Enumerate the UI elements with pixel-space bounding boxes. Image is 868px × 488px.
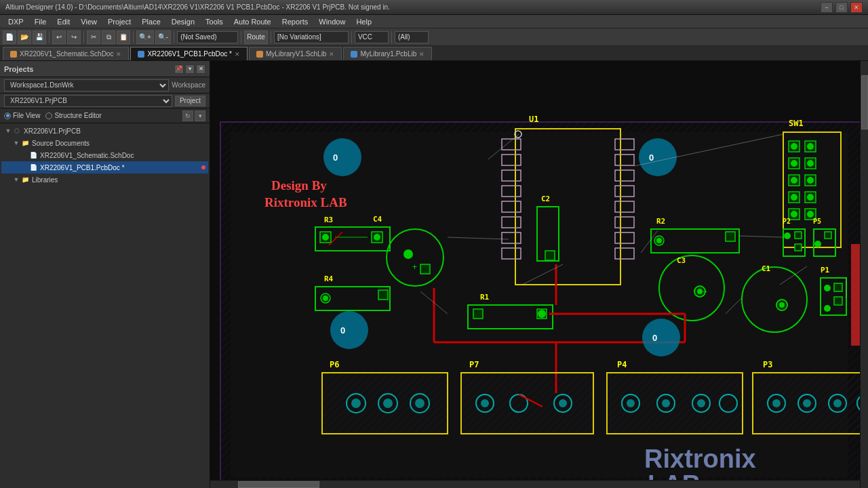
tree-label-schematic: XR2206V1_Schematic.SchDoc <box>40 152 134 159</box>
menu-file[interactable]: File <box>29 17 52 26</box>
tab-icon-schematic <box>10 51 17 58</box>
menu-design[interactable]: Design <box>166 17 200 26</box>
svg-text:C1: C1 <box>762 264 771 273</box>
bottom-scrollbar[interactable] <box>210 480 860 488</box>
svg-text:P3: P3 <box>763 360 772 369</box>
pcb-canvas[interactable]: U1 <box>210 61 868 488</box>
toolbar-new[interactable]: 📄 <box>3 30 16 44</box>
svg-text:P5: P5 <box>813 218 821 225</box>
menu-tools[interactable]: Tools <box>200 17 229 26</box>
menu-autoroute[interactable]: Auto Route <box>229 17 277 26</box>
workspace-dropdown[interactable]: Workspace1.DsnWrk <box>4 79 169 92</box>
menu-edit[interactable]: Edit <box>52 17 75 26</box>
svg-point-94 <box>824 285 831 291</box>
svg-text:+: + <box>778 300 783 309</box>
tab-pcb[interactable]: XR2206V1_PCB1.PcbDoc * ✕ <box>130 47 248 60</box>
saved-status-input[interactable] <box>177 31 238 43</box>
tab-schlib[interactable]: MyLibraryV1.SchLib ✕ <box>249 47 342 60</box>
svg-point-36 <box>807 177 814 184</box>
tab-close-schlib[interactable]: ✕ <box>329 51 334 58</box>
toolbar-sep1 <box>49 31 50 43</box>
svg-text:C4: C4 <box>373 215 382 224</box>
variations-input[interactable] <box>274 31 349 43</box>
svg-point-57 <box>403 249 413 259</box>
project-dropdown[interactable]: XR2206V1.PrjPCB <box>4 95 172 107</box>
title-text: Altium Designer (14.0) - D:\Documents\Al… <box>5 3 821 11</box>
toolbar-copy[interactable]: ⧉ <box>102 30 115 44</box>
config-icon[interactable]: ▾ <box>195 110 205 121</box>
svg-text:R2: R2 <box>656 217 665 226</box>
svg-point-50 <box>322 234 329 241</box>
bottom-scroll-thumb[interactable] <box>238 481 319 488</box>
toolbar-cut[interactable]: ✂ <box>87 30 100 44</box>
toolbar-paste[interactable]: 📋 <box>117 30 130 44</box>
vcc-net-input[interactable] <box>355 31 389 43</box>
tab-close-pcblib[interactable]: ✕ <box>419 51 425 58</box>
toolbar-undo[interactable]: ↩ <box>52 30 66 44</box>
menu-help[interactable]: Help <box>351 17 377 26</box>
right-scrollbar[interactable] <box>860 61 868 488</box>
svg-point-32 <box>807 160 814 167</box>
toolbar-redo[interactable]: ↪ <box>67 30 81 44</box>
svg-rect-76 <box>825 232 831 239</box>
tree-item-pcb[interactable]: 📄 XR2206V1_PCB1.PcbDoc * <box>1 161 208 174</box>
tree-label-source: Source Documents <box>32 140 90 147</box>
minimize-button[interactable]: − <box>821 2 833 13</box>
svg-text:+: + <box>412 262 417 272</box>
tree-label-project: XR2206V1.PrjPCB <box>24 127 81 135</box>
tab-pcblib[interactable]: MyLibrary1.PcbLib ✕ <box>343 47 432 60</box>
svg-rect-71 <box>795 232 802 239</box>
menu-window[interactable]: Window <box>313 17 351 26</box>
tab-icon-pcblib <box>351 51 357 58</box>
svg-point-102 <box>538 310 546 318</box>
structure-editor-radio[interactable]: Structure Editor <box>45 112 101 119</box>
file-view-radio[interactable]: File View <box>4 112 40 119</box>
tab-schematic[interactable]: XR2206V1_Schematic.SchDoc ✕ <box>3 47 129 60</box>
project-icon: ⬡ <box>12 127 22 135</box>
svg-point-135 <box>697 399 705 407</box>
schematic-file-icon: 📄 <box>28 151 38 159</box>
svg-point-126 <box>559 399 567 407</box>
menu-project[interactable]: Project <box>102 17 136 26</box>
project-header-bar: XR2206V1.PrjPCB Project <box>0 94 210 108</box>
toolbar-zoom-out[interactable]: 🔍- <box>155 30 171 44</box>
svg-point-115 <box>383 399 393 408</box>
svg-rect-96 <box>834 297 842 305</box>
svg-text:0: 0 <box>652 333 657 343</box>
folder-icon-source: 📁 <box>20 139 30 147</box>
project-tree: ▼ ⬡ XR2206V1.PrjPCB ▼ 📁 Source Documents… <box>0 123 210 488</box>
tree-item-project[interactable]: ▼ ⬡ XR2206V1.PrjPCB <box>1 125 208 137</box>
svg-text:Rixtronix LAB: Rixtronix LAB <box>264 195 347 209</box>
toolbar-open[interactable]: 📂 <box>18 30 31 44</box>
all-filter-input[interactable] <box>395 31 429 43</box>
menu-view[interactable]: View <box>75 17 102 26</box>
toolbar-route[interactable]: Route <box>244 30 268 44</box>
tree-item-libraries[interactable]: ▼ 📁 Libraries <box>1 174 208 186</box>
toolbar-save[interactable]: 💾 <box>33 30 46 44</box>
structure-editor-label: Structure Editor <box>54 112 101 119</box>
projects-panel: Projects 📌 ▾ ✕ Workspace1.DsnWrk Workspa… <box>0 61 210 488</box>
svg-point-70 <box>784 232 791 239</box>
svg-text:P4: P4 <box>617 360 627 369</box>
panel-close-button[interactable]: ✕ <box>196 64 205 74</box>
svg-text:P1: P1 <box>821 266 830 274</box>
svg-text:P6: P6 <box>330 360 339 369</box>
menu-place[interactable]: Place <box>136 17 166 26</box>
toolbar-zoom-in[interactable]: 🔍+ <box>136 30 154 44</box>
svg-point-34 <box>791 177 797 184</box>
tree-item-schematic[interactable]: 📄 XR2206V1_Schematic.SchDoc <box>1 149 208 161</box>
right-scroll-thumb[interactable] <box>861 75 868 129</box>
tab-close-schematic[interactable]: ✕ <box>116 51 121 58</box>
tab-close-pcb[interactable]: ✕ <box>235 51 240 58</box>
maximize-button[interactable]: □ <box>835 2 848 13</box>
svg-text:SW1: SW1 <box>789 119 804 128</box>
panel-settings-button[interactable]: ▾ <box>185 64 195 74</box>
close-button[interactable]: ✕ <box>850 2 863 13</box>
menu-reports[interactable]: Reports <box>277 17 314 26</box>
refresh-icon[interactable]: ↻ <box>182 110 193 121</box>
project-button[interactable]: Project <box>175 96 205 106</box>
tree-expand-project: ▼ <box>4 127 12 134</box>
panel-pin-button[interactable]: 📌 <box>174 64 184 74</box>
tree-item-source-docs[interactable]: ▼ 📁 Source Documents <box>1 137 208 149</box>
menu-dxp[interactable]: DXP <box>3 17 29 26</box>
